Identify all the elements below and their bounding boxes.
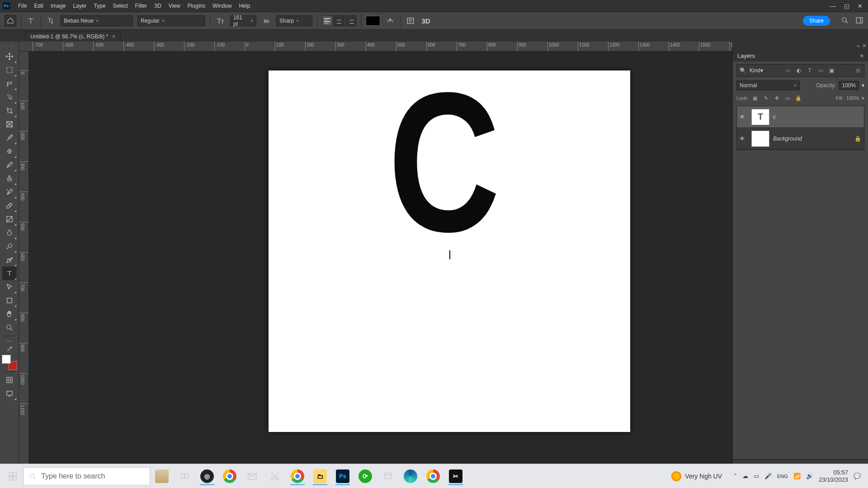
quick-mask-button[interactable] [2, 373, 17, 387]
taskbar-taskview[interactable] [174, 466, 195, 486]
shape-tool[interactable] [2, 294, 17, 307]
tray-onedrive-icon[interactable]: ☁ [742, 473, 748, 479]
layer-row-background[interactable]: 👁 Background 🔒 [737, 128, 864, 150]
lock-transparency-icon[interactable]: ▦ [751, 94, 759, 102]
search-icon[interactable] [841, 16, 849, 26]
dodge-tool[interactable] [2, 239, 17, 253]
taskbar-clock[interactable]: 05:57 23/10/2023 [819, 469, 848, 483]
color-swatches[interactable] [2, 355, 17, 370]
layer-row-text[interactable]: 👁 T c [737, 106, 864, 128]
warp-text-button[interactable] [385, 15, 396, 26]
panel-header[interactable]: Layers ≡ [733, 50, 868, 61]
layer-thumbnail[interactable] [751, 131, 769, 147]
foreground-color-swatch[interactable] [2, 355, 11, 364]
tray-mic-icon[interactable]: 🎤 [764, 473, 772, 479]
visibility-toggle[interactable]: 👁 [740, 114, 748, 120]
menu-plugins[interactable]: Plugins [184, 3, 209, 9]
menu-type[interactable]: Type [90, 3, 109, 9]
menu-filter[interactable]: Filter [132, 3, 151, 9]
font-family-dropdown[interactable]: Bebas Neue ▾ [61, 15, 133, 26]
tool-handle[interactable]: ⋮⋮ [2, 43, 17, 50]
taskbar-app-chrome2[interactable] [287, 466, 308, 486]
canvas-stage[interactable]: C [29, 52, 732, 465]
taskbar-app-mail[interactable] [241, 466, 263, 486]
filter-pixel-icon[interactable]: ▱ [784, 66, 792, 75]
font-size-dropdown[interactable]: 161 pt ▾ [230, 15, 256, 26]
filter-type-icon[interactable]: T [806, 66, 814, 75]
text-color-swatch[interactable] [366, 16, 380, 26]
menu-window[interactable]: Window [209, 3, 236, 9]
filter-kind-dropdown[interactable]: Kind▾ [750, 67, 781, 74]
crop-tool[interactable] [2, 104, 17, 117]
stamp-tool[interactable] [2, 172, 17, 185]
lasso-tool[interactable] [2, 77, 17, 90]
filter-toggle-icon[interactable]: ⊙ [854, 66, 862, 75]
collapse-panel-icon[interactable]: « [857, 43, 859, 48]
close-tab-button[interactable]: ✕ [112, 34, 116, 40]
quick-select-tool[interactable] [2, 90, 17, 104]
start-button[interactable] [3, 467, 23, 485]
anti-alias-dropdown[interactable]: Sharp ▾ [276, 15, 312, 26]
frame-tool[interactable] [2, 117, 17, 131]
path-select-tool[interactable] [2, 280, 17, 294]
layer-thumbnail[interactable]: T [751, 109, 769, 125]
marquee-tool[interactable] [2, 63, 17, 77]
filter-smart-icon[interactable]: ▣ [827, 66, 835, 75]
blur-tool[interactable] [2, 226, 17, 239]
menu-3d[interactable]: 3D [151, 3, 165, 9]
ruler-vertical[interactable]: 010020030040050060070080090010001100 [19, 52, 29, 465]
tray-language-icon[interactable]: ENG [777, 474, 788, 479]
taskbar-search[interactable]: Type here to search [24, 467, 150, 485]
tray-chevron-icon[interactable]: ˄ [734, 473, 737, 479]
character-panel-button[interactable] [405, 15, 416, 26]
home-button[interactable] [5, 15, 16, 27]
taskbar-app-obs[interactable]: ◎ [196, 466, 218, 486]
tray-wifi-icon[interactable]: 📶 [793, 473, 801, 479]
menu-edit[interactable]: Edit [30, 3, 47, 9]
align-right-button[interactable] [345, 15, 356, 26]
screen-mode-button[interactable] [2, 387, 17, 400]
share-button[interactable]: Share [803, 16, 830, 26]
layer-name[interactable]: c [773, 114, 861, 120]
taskbar-app-settings[interactable] [377, 466, 399, 486]
ruler-horizontal[interactable]: -700-600-500-400-300-200-100010020030040… [19, 42, 732, 52]
search-icon[interactable]: 🔍 [739, 66, 747, 75]
menu-help[interactable]: Help [236, 3, 254, 9]
document-tab[interactable]: Untitled-1 @ 66.7% (c, RGB/8) * ✕ [25, 31, 121, 42]
menu-layer[interactable]: Layer [69, 3, 90, 9]
zoom-tool[interactable] [2, 321, 17, 334]
tray-meet-icon[interactable]: ▭ [754, 473, 759, 479]
taskbar-app-explorer[interactable]: 🗀 [309, 466, 331, 486]
hand-tool[interactable] [2, 307, 17, 321]
close-button[interactable]: ✕ [858, 3, 863, 9]
taskbar-app-photoshop[interactable]: Ps [332, 466, 354, 486]
filter-shape-icon[interactable]: ▭ [816, 66, 825, 75]
eraser-tool[interactable] [2, 199, 17, 212]
layer-name[interactable]: Background [773, 136, 851, 142]
menu-file[interactable]: File [14, 3, 30, 9]
taskbar-app-snip[interactable] [264, 466, 286, 486]
font-style-dropdown[interactable]: Regular ▾ [137, 15, 205, 26]
lock-icon[interactable]: 🔒 [854, 136, 861, 142]
blend-mode-dropdown[interactable]: Normal▾ [736, 80, 800, 90]
artboard[interactable]: C [269, 70, 630, 432]
opacity-value[interactable]: 100% [839, 81, 859, 90]
align-left-button[interactable] [322, 15, 333, 26]
chevron-down-icon[interactable]: ▾ [862, 95, 864, 101]
workspace-switcher-button[interactable] [855, 16, 863, 26]
tray-volume-icon[interactable]: 🔊 [806, 473, 813, 479]
maximize-button[interactable]: ◱ [844, 3, 849, 9]
menu-select[interactable]: Select [109, 3, 131, 9]
taskbar-app-edge[interactable] [400, 466, 421, 486]
canvas-text-layer[interactable]: C [388, 52, 499, 276]
taskbar-cortana[interactable] [151, 466, 173, 486]
gradient-tool[interactable] [2, 212, 17, 226]
more-tools[interactable]: ⋯ [2, 338, 17, 345]
eyedropper-tool[interactable] [2, 131, 17, 145]
taskbar-app-chrome[interactable] [219, 466, 241, 486]
filter-adjust-icon[interactable]: ◐ [795, 66, 803, 75]
taskbar-app-chrome3[interactable] [422, 466, 444, 486]
lock-all-icon[interactable]: 🔒 [794, 94, 802, 102]
taskbar-app-green[interactable]: ⟳ [354, 466, 376, 486]
lock-nested-icon[interactable]: ▭ [783, 94, 792, 102]
